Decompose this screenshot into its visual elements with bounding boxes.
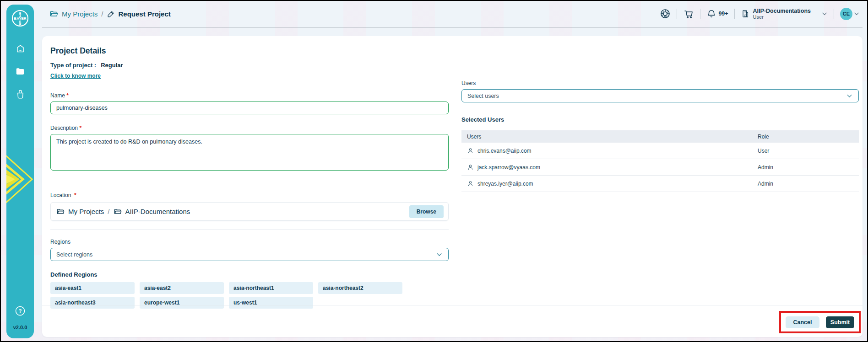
region-chip: asia-northeast1 xyxy=(229,282,313,294)
user-email: shreyas.iyer@aiip.com xyxy=(477,181,533,187)
divider xyxy=(734,9,735,19)
divider xyxy=(677,9,677,19)
table-header-row: Users Role xyxy=(461,130,859,143)
role-column-header: Role xyxy=(752,134,859,140)
defined-regions-title: Defined Regions xyxy=(50,271,449,278)
sidebar: BAYER B A E R xyxy=(6,5,34,338)
folder-icon xyxy=(15,66,25,76)
selected-users-table: Users Role chris.evans@aiip.com User xyxy=(461,130,859,192)
project-details-section: Project Details Type of project : Regula… xyxy=(50,43,449,309)
person-icon xyxy=(467,180,474,187)
folder-open-icon xyxy=(56,208,65,216)
header-actions: 99+ AIIP-Documentations User CE xyxy=(660,8,860,20)
decorative-chevrons xyxy=(6,152,34,207)
user-email: chris.evans@aiip.com xyxy=(477,148,532,154)
name-input[interactable] xyxy=(50,102,449,114)
cancel-button[interactable]: Cancel xyxy=(786,316,819,328)
user-role: User xyxy=(752,148,859,154)
region-chip: asia-east2 xyxy=(140,282,224,294)
breadcrumb-separator: / xyxy=(101,10,103,18)
divider xyxy=(700,9,700,19)
svg-text:R: R xyxy=(19,23,22,26)
breadcrumb-my-projects[interactable]: My Projects xyxy=(62,10,98,18)
sidebar-item-projects[interactable] xyxy=(15,66,26,77)
chevron-down-icon xyxy=(436,251,443,258)
regions-label: Regions xyxy=(50,239,71,245)
users-select[interactable]: Select users xyxy=(461,89,859,102)
table-row: jack.sparrow@vyaas.com Admin xyxy=(461,159,859,176)
breadcrumb: My Projects / Request Project xyxy=(49,10,171,18)
app-version: v2.0.0 xyxy=(13,325,27,330)
users-column-header: Users xyxy=(461,134,752,140)
folder-open-icon xyxy=(114,208,122,216)
home-icon xyxy=(16,44,25,53)
description-textarea[interactable]: This project is created to do R&D on pul… xyxy=(50,134,449,171)
org-role: User xyxy=(753,14,811,20)
sidebar-nav xyxy=(15,43,26,100)
user-role: Admin xyxy=(752,164,859,171)
users-section: Users Select users Selected Users Users … xyxy=(461,43,859,309)
request-project-page: { "app": { "version": "v2.0.0", "logo_te… xyxy=(0,0,868,342)
sidebar-item-home[interactable] xyxy=(15,43,26,54)
region-chip: asia-east1 xyxy=(50,282,135,294)
type-of-project-value: Regular xyxy=(101,62,123,69)
top-header: My Projects / Request Project xyxy=(42,1,863,27)
name-label: Name xyxy=(50,92,65,99)
location-crumb-parent[interactable]: My Projects xyxy=(68,208,104,215)
folder-open-icon xyxy=(49,10,58,18)
required-asterisk: * xyxy=(66,92,69,99)
users-label: Users xyxy=(461,80,476,86)
region-chip: asia-northeast2 xyxy=(318,282,402,294)
help-button[interactable]: ? xyxy=(15,305,26,316)
org-switcher[interactable]: AIIP-Documentations User xyxy=(741,8,828,20)
user-menu[interactable]: CE xyxy=(840,8,860,20)
org-name: AIIP-Documentations xyxy=(753,8,811,14)
breadcrumb-current: Request Project xyxy=(119,10,171,18)
required-asterisk: * xyxy=(79,125,81,131)
submit-button[interactable]: Submit xyxy=(826,316,854,328)
description-label: Description xyxy=(50,125,78,131)
table-row: shreyas.iyer@aiip.com Admin xyxy=(461,176,859,192)
person-icon xyxy=(467,164,474,171)
avatar[interactable]: CE xyxy=(840,8,852,20)
shopping-bag-icon xyxy=(16,90,25,99)
chevron-down-icon xyxy=(821,11,828,17)
location-crumb-current: AIIP-Documentations xyxy=(125,208,190,215)
support-lifebuoy-icon[interactable] xyxy=(660,8,671,19)
sidebar-item-store[interactable] xyxy=(15,89,26,100)
page-title: Project Details xyxy=(50,46,449,56)
browse-button[interactable]: Browse xyxy=(409,205,444,218)
location-separator: / xyxy=(108,208,109,215)
pencil-icon xyxy=(107,10,115,18)
bell-icon xyxy=(706,9,716,19)
form-footer: Cancel Submit xyxy=(42,305,863,337)
person-icon xyxy=(467,147,474,154)
svg-text:A: A xyxy=(19,15,22,18)
regions-select[interactable]: Select regions xyxy=(50,248,449,261)
notifications-button[interactable]: 99+ xyxy=(706,9,728,19)
chevron-down-icon xyxy=(853,11,860,17)
bayer-logo[interactable]: BAYER B A E R xyxy=(6,5,34,32)
users-select-placeholder: Select users xyxy=(467,93,499,99)
cart-icon[interactable] xyxy=(683,8,694,19)
divider xyxy=(50,229,449,230)
request-project-card: Project Details Type of project : Regula… xyxy=(42,36,863,337)
location-label: Location xyxy=(50,192,71,198)
divider xyxy=(834,9,834,19)
red-annotation-highlight: Cancel Submit xyxy=(779,311,861,333)
user-email: jack.sparrow@vyaas.com xyxy=(477,164,540,171)
required-asterisk: * xyxy=(74,192,76,198)
table-row: chris.evans@aiip.com User xyxy=(461,143,859,159)
svg-text:?: ? xyxy=(19,308,22,314)
building-icon xyxy=(741,9,750,18)
know-more-link[interactable]: Click to know more xyxy=(50,73,101,79)
regions-select-placeholder: Select regions xyxy=(56,251,92,258)
location-picker: My Projects / AIIP-Documentations Browse xyxy=(50,202,449,221)
user-role: Admin xyxy=(752,181,859,187)
selected-users-title: Selected Users xyxy=(461,116,859,123)
chevron-down-icon xyxy=(846,92,853,99)
type-of-project-label: Type of project : xyxy=(50,62,96,69)
notification-count: 99+ xyxy=(718,11,728,17)
